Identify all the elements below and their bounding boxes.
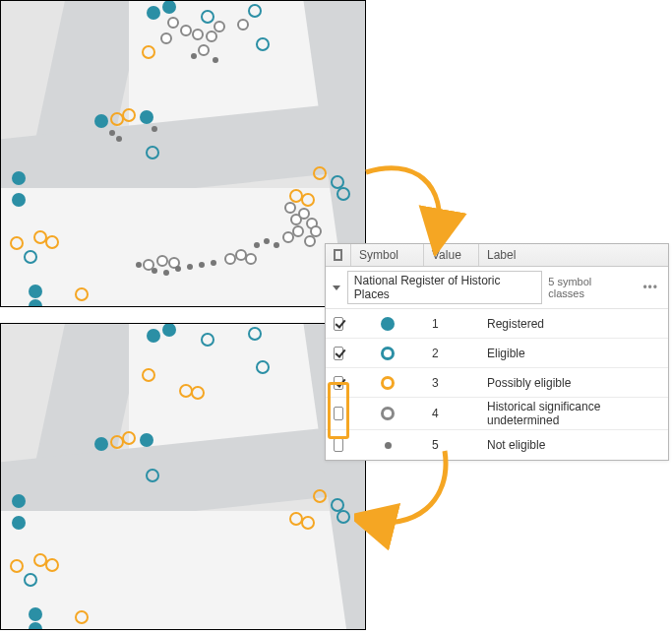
label-cell[interactable]: Registered	[479, 317, 668, 331]
map-after[interactable]	[0, 323, 366, 630]
label-cell[interactable]: Not eligible	[479, 438, 668, 452]
point-eligible	[336, 510, 350, 524]
point-registered	[29, 285, 42, 298]
panel-column-header: Symbol Value Label	[326, 244, 668, 267]
point-registered	[12, 494, 26, 508]
header-symbol[interactable]: Symbol	[351, 244, 424, 266]
point-eligible	[248, 4, 262, 18]
point-not-eligible	[175, 266, 181, 272]
point-undetermined	[160, 32, 172, 44]
point-not-eligible	[116, 136, 122, 142]
layer-title-row: National Register of Historic Places 5 s…	[326, 267, 668, 309]
point-not-eligible	[199, 262, 205, 268]
symbol-swatch-registered[interactable]	[381, 317, 395, 331]
point-registered	[147, 6, 160, 20]
point-registered	[140, 433, 153, 447]
point-not-eligible	[152, 268, 157, 274]
symbol-swatch-undetermined[interactable]	[381, 407, 395, 420]
point-undetermined	[284, 202, 296, 214]
value-cell[interactable]: 1	[424, 317, 479, 331]
point-possibly-eligible	[75, 287, 89, 301]
point-eligible	[336, 187, 350, 201]
point-undetermined	[198, 44, 210, 56]
value-cell[interactable]: 2	[424, 347, 479, 360]
label-cell[interactable]: Historical significance undetermined	[479, 400, 668, 427]
point-possibly-eligible	[45, 235, 59, 249]
basemap	[1, 1, 365, 306]
arrow-top-to-panel	[354, 148, 472, 256]
point-possibly-eligible	[313, 166, 327, 180]
point-registered	[12, 193, 26, 207]
point-not-eligible	[109, 130, 115, 136]
value-cell[interactable]: 3	[424, 376, 479, 390]
point-undetermined	[214, 21, 225, 32]
symbol-class-row[interactable]: 1 Registered	[326, 309, 668, 339]
point-eligible	[248, 327, 262, 341]
point-undetermined	[167, 17, 179, 29]
point-possibly-eligible	[301, 516, 315, 530]
point-possibly-eligible	[313, 489, 327, 503]
point-undetermined	[192, 29, 204, 40]
visibility-checkbox[interactable]	[334, 317, 343, 331]
point-not-eligible	[163, 270, 169, 276]
label-cell[interactable]: Possibly eligible	[479, 376, 668, 390]
point-registered	[12, 171, 26, 185]
point-not-eligible	[152, 126, 157, 132]
basemap	[1, 324, 365, 629]
visibility-checkbox[interactable]	[334, 407, 343, 420]
symbol-swatch-possibly-eligible[interactable]	[381, 376, 395, 390]
point-registered	[140, 110, 153, 124]
value-cell[interactable]: 4	[424, 407, 479, 420]
symbol-swatch-eligible[interactable]	[381, 347, 395, 360]
visibility-checkbox[interactable]	[334, 347, 343, 360]
point-undetermined	[237, 19, 249, 31]
point-eligible	[256, 360, 270, 374]
header-visibility[interactable]	[326, 244, 351, 266]
point-registered	[94, 437, 108, 451]
point-registered	[29, 622, 42, 630]
visibility-checkbox[interactable]	[334, 376, 343, 390]
header-value[interactable]: Value	[424, 244, 479, 266]
point-registered	[94, 114, 108, 128]
point-eligible	[24, 573, 37, 587]
symbol-swatch-not-eligible[interactable]	[385, 442, 392, 449]
value-cell[interactable]: 5	[424, 438, 479, 452]
header-label[interactable]: Label	[479, 244, 668, 266]
layer-name-input[interactable]: National Register of Historic Places	[347, 271, 542, 304]
point-eligible	[146, 469, 159, 482]
point-possibly-eligible	[122, 431, 136, 445]
point-possibly-eligible	[142, 368, 155, 382]
point-eligible	[256, 37, 270, 51]
point-not-eligible	[254, 242, 260, 248]
symbol-class-row[interactable]: 3 Possibly eligible	[326, 368, 668, 398]
select-all-icon	[334, 249, 342, 261]
point-undetermined	[206, 31, 217, 42]
visibility-checkbox[interactable]	[334, 438, 343, 452]
map-before[interactable]	[0, 0, 366, 307]
point-possibly-eligible	[33, 553, 47, 567]
point-possibly-eligible	[142, 45, 155, 59]
label-cell[interactable]: Eligible	[479, 347, 668, 360]
point-undetermined	[245, 253, 257, 265]
symbol-class-row[interactable]: 4 Historical significance undetermined	[326, 398, 668, 430]
point-not-eligible	[264, 238, 270, 244]
more-options-icon[interactable]: •••	[639, 281, 662, 294]
point-registered	[162, 323, 176, 337]
chevron-down-icon[interactable]	[332, 283, 341, 292]
svg-marker-0	[333, 285, 340, 290]
point-not-eligible	[187, 264, 193, 270]
point-possibly-eligible	[301, 193, 315, 207]
point-registered	[162, 0, 176, 14]
point-registered	[147, 329, 160, 343]
point-registered	[29, 607, 42, 621]
point-not-eligible	[213, 57, 218, 63]
point-undetermined	[282, 231, 294, 243]
symbology-panel: Symbol Value Label National Register of …	[325, 243, 669, 461]
point-registered	[12, 516, 26, 530]
point-eligible	[201, 10, 214, 24]
point-eligible	[201, 333, 214, 347]
point-not-eligible	[274, 242, 279, 248]
symbol-class-row[interactable]: 5 Not eligible	[326, 430, 668, 460]
point-possibly-eligible	[75, 610, 89, 624]
symbol-class-row[interactable]: 2 Eligible	[326, 339, 668, 368]
